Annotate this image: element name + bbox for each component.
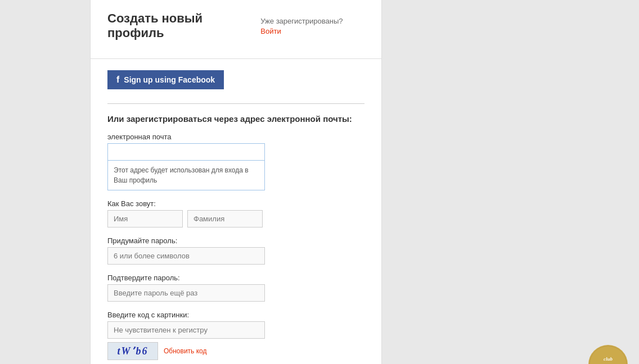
last-name-input[interactable] bbox=[187, 210, 263, 228]
email-label: электронная почта bbox=[107, 133, 364, 141]
password-label: Придумайте пароль: bbox=[107, 236, 364, 245]
page-header: Создать новый профиль Уже зарегистрирова… bbox=[107, 11, 364, 46]
facebook-signup-button[interactable]: f Sign up using Facebook bbox=[107, 70, 224, 89]
first-name-input[interactable] bbox=[107, 210, 183, 228]
name-field-group: Как Вас зовут: bbox=[107, 199, 364, 228]
confirm-password-input[interactable] bbox=[107, 284, 265, 302]
captcha-label: Введите код с картинки: bbox=[107, 311, 364, 319]
svg-text:club: club bbox=[604, 356, 613, 362]
name-row bbox=[107, 210, 364, 228]
login-link[interactable]: Войти bbox=[260, 27, 281, 35]
email-input[interactable] bbox=[107, 143, 265, 161]
name-label: Как Вас зовут: bbox=[107, 199, 364, 208]
facebook-icon: f bbox=[116, 75, 119, 85]
password-input[interactable] bbox=[107, 247, 265, 265]
already-registered-text: Уже зарегистрированы? bbox=[260, 17, 343, 25]
refresh-captcha-link[interactable]: Обновить код bbox=[164, 347, 206, 355]
section-divider bbox=[107, 103, 364, 104]
or-email-label: Или зарегистрироваться через адрес элект… bbox=[107, 114, 364, 124]
already-registered-area: Уже зарегистрированы? Войти bbox=[260, 16, 364, 36]
captcha-field-group: Введите код с картинки: tWʼb6 Обновить к… bbox=[107, 311, 364, 360]
page-title: Создать новый профиль bbox=[107, 11, 260, 40]
confirm-password-label: Подтвердите пароль: bbox=[107, 274, 364, 282]
password-field-group: Придумайте пароль: bbox=[107, 236, 364, 265]
email-hint: Этот адрес будет использован для входа в… bbox=[107, 161, 265, 190]
watermark: club Sovet bbox=[588, 345, 628, 364]
captcha-input[interactable] bbox=[107, 321, 265, 339]
captcha-row: tWʼb6 Обновить код bbox=[107, 342, 364, 360]
header-divider bbox=[91, 58, 381, 59]
email-field-group: электронная почта Этот адрес будет испол… bbox=[107, 133, 364, 190]
captcha-image: tWʼb6 bbox=[107, 342, 158, 360]
confirm-password-field-group: Подтвердите пароль: bbox=[107, 274, 364, 302]
watermark-logo: club Sovet bbox=[588, 345, 628, 364]
facebook-button-label: Sign up using Facebook bbox=[124, 75, 215, 84]
